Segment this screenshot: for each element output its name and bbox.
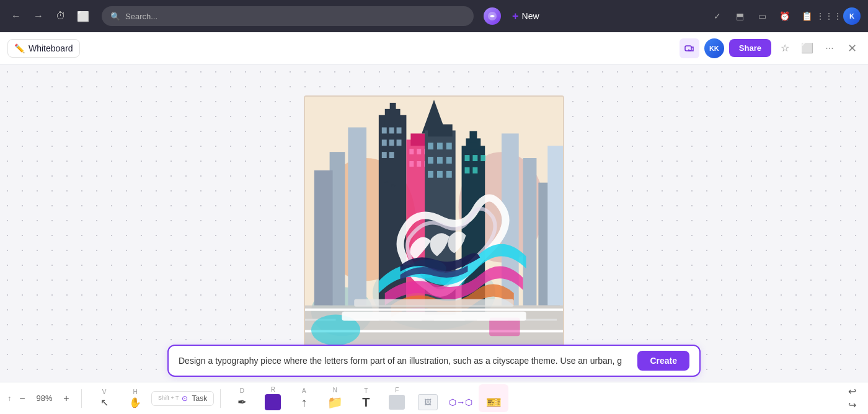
zoom-out-button[interactable]: −	[15, 391, 30, 406]
arrow-tool[interactable]: A ↑	[289, 385, 319, 412]
notes-icon[interactable]: 📋	[799, 8, 815, 24]
cursor-icon: ↖	[100, 397, 108, 408]
folder-icon: 📁	[327, 395, 343, 410]
plus-icon: +	[512, 10, 519, 23]
svg-rect-13	[314, 170, 333, 306]
hand-icon: ✋	[129, 397, 141, 408]
browser-chrome: ← → ⏱ ⬜ 🔍 Search... + New ✓ ⬒ ▭ ⏰ 📋 ⋮⋮⋮ …	[0, 0, 868, 32]
flow-icon: ⬡→⬡	[449, 397, 472, 407]
share-button[interactable]: Share	[729, 39, 771, 57]
svg-rect-51	[465, 167, 470, 174]
app-bar: ✏️ Whiteboard KK Share ☆ ⬜ ··· ✕	[0, 32, 868, 64]
svg-rect-39	[428, 157, 433, 164]
svg-rect-42	[428, 171, 433, 178]
svg-rect-16	[390, 103, 396, 115]
task-tool[interactable]: Shift + T ⊙ Task	[151, 391, 214, 406]
svg-rect-20	[382, 139, 387, 146]
history-button[interactable]: ⏱	[52, 7, 69, 25]
toolbar-divider-1	[81, 389, 82, 408]
star-icon[interactable]: ☆	[776, 40, 794, 57]
expand-icon[interactable]: ⬜	[799, 40, 816, 57]
create-button[interactable]: Create	[637, 351, 689, 371]
bottom-toolbar: ↑ − 98% + V ↖ H ✋ Shift + T ⊙ Task	[0, 382, 868, 414]
cursor-tool[interactable]: V ↖	[89, 386, 119, 411]
zoom-controls: ↑ − 98% +	[7, 391, 74, 406]
image-icon: 🖼	[418, 394, 438, 410]
note-tool[interactable]: N 📁	[320, 384, 350, 412]
redo-button[interactable]: ↪	[843, 399, 861, 412]
app-bar-right: KK Share ☆ ⬜ ··· ✕	[680, 38, 861, 58]
hand-tool[interactable]: H ✋	[120, 386, 150, 411]
svg-rect-47	[469, 131, 477, 142]
search-bar[interactable]: 🔍 Search...	[102, 6, 474, 26]
text-tool[interactable]: T T	[351, 385, 381, 412]
shield-icon[interactable]: ✓	[709, 8, 725, 24]
svg-rect-24	[389, 152, 394, 158]
svg-rect-8	[523, 158, 537, 306]
prompt-bar[interactable]: Create	[167, 345, 701, 377]
svg-rect-31	[417, 161, 421, 167]
back-button[interactable]: ←	[7, 7, 25, 25]
flow-tool[interactable]: ⬡→⬡	[444, 387, 477, 410]
new-button[interactable]: + New	[506, 7, 546, 25]
svg-rect-21	[389, 139, 394, 146]
sticky-icon	[389, 395, 405, 410]
undo-redo-group: ↩ ↪	[843, 385, 861, 412]
sticker-icon: 🎫	[486, 395, 502, 410]
rectangle-icon	[265, 394, 281, 410]
task-label: Task	[192, 394, 208, 403]
toolbar-divider-2	[220, 389, 221, 408]
app-avatar: KK	[704, 38, 724, 58]
pen-icon: ✒	[237, 395, 247, 409]
svg-rect-48	[465, 155, 470, 161]
prompt-input[interactable]	[179, 356, 637, 366]
svg-rect-11	[348, 128, 366, 306]
svg-rect-17	[382, 128, 387, 134]
screen-icon[interactable]: ▭	[754, 8, 770, 24]
undo-button[interactable]: ↩	[843, 385, 861, 399]
svg-rect-26	[410, 133, 426, 146]
image-tool[interactable]: 🖼	[413, 384, 443, 413]
svg-rect-22	[397, 139, 402, 146]
arrow-icon: ↑	[301, 395, 307, 410]
more-icon[interactable]: ···	[821, 40, 838, 57]
svg-rect-35	[428, 125, 453, 137]
svg-rect-19	[397, 128, 402, 134]
svg-rect-38	[446, 143, 452, 149]
svg-rect-28	[417, 149, 421, 154]
new-label: New	[522, 11, 539, 21]
svg-rect-30	[409, 161, 414, 167]
svg-rect-67	[342, 312, 526, 321]
alarm-icon[interactable]: ⏰	[776, 8, 792, 24]
svg-rect-10	[547, 146, 563, 306]
tab-button[interactable]: ⬜	[74, 7, 92, 25]
whiteboard-label[interactable]: ✏️ Whiteboard	[7, 39, 80, 58]
browser-tools: ✓ ⬒ ▭ ⏰ 📋 ⋮⋮⋮ K	[709, 7, 861, 25]
sora-icon[interactable]	[484, 7, 501, 25]
sticker-tool[interactable]: 🎫	[479, 384, 508, 412]
text-icon: T	[362, 395, 370, 410]
svg-rect-18	[389, 128, 394, 134]
svg-rect-52	[472, 167, 477, 174]
svg-rect-41	[446, 157, 452, 164]
rectangle-tool[interactable]: R	[258, 384, 288, 413]
svg-rect-43	[437, 171, 443, 178]
svg-rect-23	[382, 152, 387, 158]
zoom-in-button[interactable]: +	[59, 391, 74, 406]
pen-tool[interactable]: D ✒	[227, 385, 257, 412]
grid-icon[interactable]: ⋮⋮⋮	[821, 8, 837, 24]
collab-icon[interactable]	[680, 38, 699, 58]
close-button[interactable]: ✕	[843, 40, 861, 57]
whiteboard-text: Whiteboard	[29, 43, 73, 53]
sticky-tool[interactable]: F	[382, 384, 412, 412]
whiteboard-canvas[interactable]: Create ↑ − 98% + V ↖ H ✋ Shift + T	[0, 64, 868, 414]
svg-rect-56	[305, 309, 563, 311]
task-icon: ⊙	[182, 394, 188, 403]
svg-rect-37	[437, 143, 443, 149]
bookmark-icon[interactable]: ⬒	[732, 8, 748, 24]
svg-rect-49	[472, 155, 477, 161]
search-icon: 🔍	[110, 12, 120, 21]
user-avatar[interactable]: K	[843, 7, 861, 25]
forward-button[interactable]: →	[30, 7, 47, 25]
svg-rect-27	[409, 149, 414, 154]
